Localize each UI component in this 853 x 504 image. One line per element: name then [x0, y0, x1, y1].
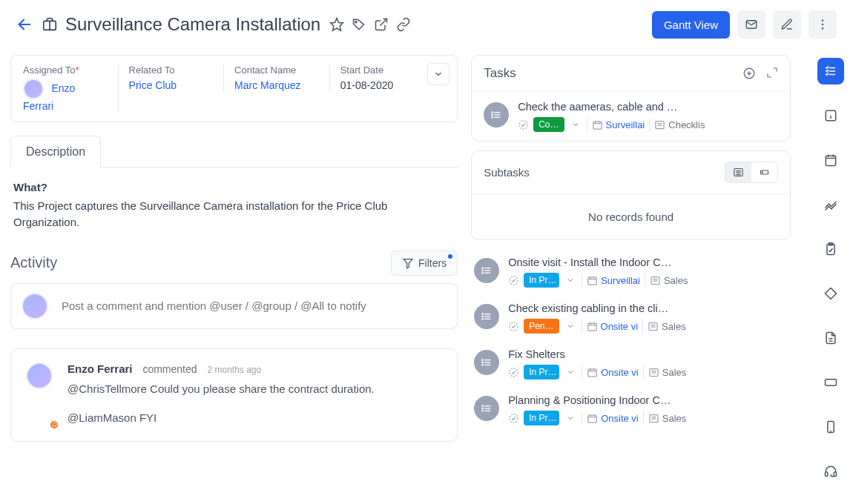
task-status-chip[interactable]: In Pr…: [524, 273, 559, 288]
task-title: Planning & Positioning Indoor C…: [508, 394, 788, 406]
svg-point-19: [492, 117, 493, 118]
task-category[interactable]: Checklis: [654, 119, 705, 130]
svg-point-52: [482, 316, 483, 316]
svg-rect-96: [826, 156, 835, 165]
task-title: Fix Shelters: [508, 348, 788, 360]
contact-name-value[interactable]: Marc Marquez: [234, 79, 300, 91]
task-list: Onsite visit - Install the Indoor C…In P…: [471, 249, 791, 433]
rail-diamond-icon[interactable]: [817, 280, 844, 307]
chevron-down-icon[interactable]: [564, 274, 577, 286]
link-icon[interactable]: [396, 17, 411, 32]
rail-info-icon[interactable]: [817, 102, 844, 129]
subtasks-panel: Subtasks No records found: [471, 150, 791, 240]
expand-tasks-button[interactable]: [766, 67, 778, 80]
task-status-chip[interactable]: Pen…: [524, 319, 559, 334]
task-type-icon: [474, 258, 499, 283]
task-type-icon: [474, 350, 499, 375]
svg-rect-69: [588, 369, 596, 377]
card-view-toggle[interactable]: [751, 162, 777, 182]
rail-calendar-icon[interactable]: [817, 147, 844, 173]
task-row[interactable]: Check existing cabling in the cli…Pen…On…: [471, 295, 791, 341]
task-project-link[interactable]: Surveillai: [592, 119, 645, 130]
current-user-avatar[interactable]: [22, 293, 48, 319]
svg-rect-107: [826, 472, 828, 477]
chevron-down-icon[interactable]: [564, 412, 577, 424]
tab-description[interactable]: Description: [10, 136, 101, 168]
tasks-panel-title: Tasks: [484, 66, 516, 81]
svg-point-4: [355, 21, 357, 23]
chevron-down-icon[interactable]: [564, 366, 577, 378]
tag-icon[interactable]: [352, 17, 366, 32]
gantt-view-button[interactable]: Gantt View: [652, 11, 730, 39]
status-icon: [518, 119, 529, 130]
svg-rect-83: [588, 415, 596, 422]
briefcase-icon: [42, 16, 58, 33]
list-icon: [654, 119, 665, 130]
task-row[interactable]: Planning & Positioning Indoor C…In Pr…On…: [471, 387, 791, 433]
comment-timestamp: 2 months ago: [207, 365, 261, 375]
info-expand-button[interactable]: [427, 63, 449, 85]
task-status-chip[interactable]: Co…: [533, 117, 564, 132]
task-row[interactable]: Fix SheltersIn Pr…Onsite viSales: [471, 341, 791, 387]
comment-avatar[interactable]: [26, 362, 53, 389]
task-category[interactable]: Sales: [648, 367, 687, 378]
svg-line-5: [381, 19, 387, 26]
task-row[interactable]: Onsite visit - Install the Indoor C…In P…: [471, 249, 791, 295]
filters-button[interactable]: Filters: [391, 251, 458, 276]
back-arrow-icon[interactable]: [16, 16, 33, 33]
list-view-toggle[interactable]: [725, 162, 751, 182]
comment-input-row: [10, 283, 458, 329]
filters-active-dot: [448, 254, 452, 259]
more-button[interactable]: [808, 10, 837, 39]
star-icon[interactable]: [329, 17, 344, 32]
svg-point-39: [482, 273, 483, 273]
description-body: This Project captures the Surveillance C…: [13, 198, 455, 231]
svg-point-8: [822, 24, 823, 25]
rail-analytics-icon[interactable]: [817, 191, 844, 218]
chevron-down-icon[interactable]: [569, 119, 582, 130]
rail-phone-icon[interactable]: [817, 414, 844, 440]
rail-document-icon[interactable]: [817, 325, 844, 351]
rail-clipboard-icon[interactable]: [817, 236, 844, 262]
task-type-icon: [484, 102, 509, 127]
related-to-value[interactable]: Price Club: [129, 79, 177, 91]
svg-point-81: [482, 411, 483, 411]
subtasks-view-toggle: [725, 162, 778, 183]
external-link-icon[interactable]: [374, 17, 389, 32]
chevron-down-icon[interactable]: [564, 320, 577, 332]
activity-title: Activity: [10, 254, 57, 271]
rail-tasks-icon[interactable]: [817, 58, 844, 84]
task-project-link[interactable]: Onsite vi: [587, 321, 639, 332]
comment-type-badge-icon: [49, 420, 59, 430]
svg-rect-21: [593, 122, 601, 129]
edit-button[interactable]: [773, 10, 801, 39]
task-project-link[interactable]: Surveillai: [587, 275, 640, 286]
assignee-avatar[interactable]: [23, 79, 44, 99]
svg-point-68: [510, 368, 518, 376]
task-status-chip[interactable]: In Pr…: [524, 411, 559, 425]
mail-button[interactable]: [737, 10, 765, 39]
header: Surveillance Camera Installation Gantt V…: [0, 0, 853, 49]
task-status-chip[interactable]: In Pr…: [524, 365, 559, 379]
task-title: Check the aameras, cable and …: [518, 101, 778, 113]
comment-card: Enzo Ferrari commented 2 months ago @Chr…: [10, 348, 458, 442]
svg-point-54: [510, 322, 518, 330]
rail-ticket-icon[interactable]: [817, 369, 844, 396]
rail-headset-icon[interactable]: [817, 458, 844, 485]
tasks-panel: Tasks Check the aameras, cable and … Co…: [471, 55, 791, 142]
task-row[interactable]: Check the aameras, cable and … Co… Surve…: [472, 92, 790, 141]
task-category[interactable]: Sales: [650, 275, 688, 286]
task-project-link[interactable]: Onsite vi: [587, 413, 639, 424]
task-category[interactable]: Sales: [648, 413, 687, 424]
task-project-link[interactable]: Onsite vi: [587, 367, 639, 378]
svg-point-37: [482, 268, 483, 268]
comment-line1: @ChrisTellmore Could you please share th…: [67, 379, 442, 399]
task-category[interactable]: Sales: [648, 321, 686, 332]
comment-input[interactable]: [62, 299, 447, 312]
svg-marker-3: [331, 19, 343, 31]
comment-author[interactable]: Enzo Ferrari: [67, 362, 133, 375]
add-task-button[interactable]: [742, 67, 756, 80]
svg-point-80: [482, 408, 483, 408]
svg-rect-108: [834, 472, 836, 477]
task-title: Onsite visit - Install the Indoor C…: [508, 256, 788, 268]
